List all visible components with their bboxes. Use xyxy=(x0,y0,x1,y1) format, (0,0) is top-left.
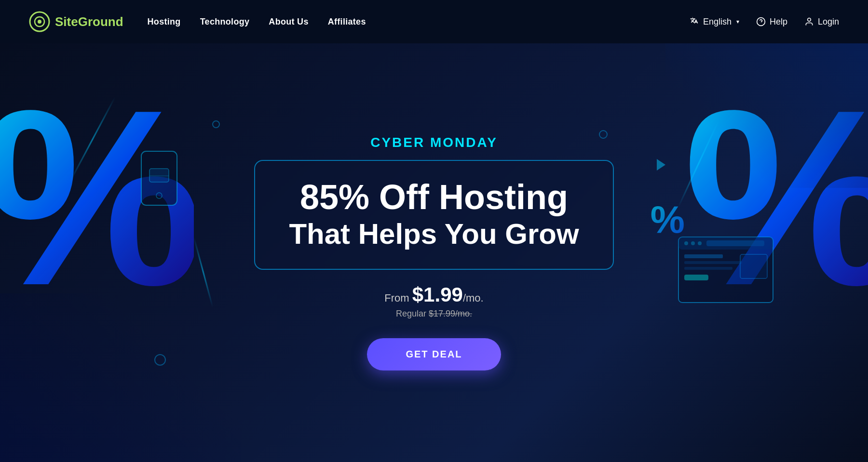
svg-point-4 xyxy=(808,18,811,22)
svg-rect-14 xyxy=(706,240,764,246)
price-from-label: From xyxy=(384,292,412,304)
diagonal-line-1 xyxy=(69,97,116,183)
svg-rect-6 xyxy=(149,169,169,182)
help-icon xyxy=(756,17,766,26)
nav-item-about-us[interactable]: About Us xyxy=(269,17,308,27)
svg-rect-5 xyxy=(141,151,177,205)
logo[interactable]: SiteGround xyxy=(29,11,123,32)
price-regular-label: Regular xyxy=(396,309,429,318)
price-per-label: /mo. xyxy=(463,292,484,304)
nav-item-technology[interactable]: Technology xyxy=(200,17,250,27)
get-deal-button[interactable]: GET DEAL xyxy=(367,338,501,370)
percent-small-decoration: % xyxy=(651,198,685,242)
user-icon xyxy=(804,17,814,26)
percent-decoration-right: % xyxy=(684,72,868,323)
diagonal-line-3 xyxy=(678,120,719,208)
promo-title-line2: That Helps You Grow xyxy=(289,217,579,251)
logo-icon xyxy=(29,11,50,32)
navbar: SiteGround Hosting Technology About Us A… xyxy=(0,0,868,43)
svg-point-12 xyxy=(691,241,695,245)
diagonal-line-2 xyxy=(193,237,214,307)
bg-gradient-top-right xyxy=(665,43,868,188)
triangle-decoration xyxy=(657,159,665,171)
promo-title-line1: 85% Off Hosting xyxy=(289,178,579,216)
hero-section: % % % xyxy=(0,43,868,462)
price-regular-line: Regular $17.99/mo. xyxy=(384,309,483,319)
circle-decoration-2 xyxy=(212,120,220,128)
promo-box: 85% Off Hosting That Helps You Grow xyxy=(254,160,613,269)
phone-mockup xyxy=(137,149,181,207)
svg-rect-17 xyxy=(684,267,732,270)
translate-icon xyxy=(690,17,699,26)
help-link[interactable]: Help xyxy=(756,17,787,27)
nav-item-affiliates[interactable]: Affiliates xyxy=(328,17,366,27)
svg-rect-18 xyxy=(684,275,708,280)
browser-mockup xyxy=(678,236,774,304)
svg-point-8 xyxy=(156,193,162,198)
price-from-line: From $1.99/mo. xyxy=(384,283,483,306)
chevron-down-icon: ▾ xyxy=(736,18,739,25)
language-label: English xyxy=(703,17,732,27)
svg-point-13 xyxy=(698,241,702,245)
nav-left: SiteGround Hosting Technology About Us A… xyxy=(29,11,366,32)
cyber-monday-label: CYBER MONDAY xyxy=(370,135,498,150)
logo-text: SiteGround xyxy=(55,14,123,29)
svg-rect-16 xyxy=(684,261,742,264)
hero-content: CYBER MONDAY 85% Off Hosting That Helps … xyxy=(254,135,613,370)
nav-menu: Hosting Technology About Us Affiliates xyxy=(148,17,366,27)
svg-point-2 xyxy=(38,20,41,24)
percent-decoration-left: % xyxy=(0,72,194,323)
login-label: Login xyxy=(818,17,839,27)
nav-link-technology[interactable]: Technology xyxy=(200,17,250,26)
nav-link-affiliates[interactable]: Affiliates xyxy=(328,17,366,26)
price-amount: $1.99 xyxy=(412,283,463,306)
svg-rect-15 xyxy=(684,254,723,258)
circle-decoration-1 xyxy=(154,354,166,366)
svg-rect-9 xyxy=(678,237,773,303)
price-regular-amount: $17.99/mo. xyxy=(429,309,472,318)
help-label: Help xyxy=(770,17,787,27)
login-link[interactable]: Login xyxy=(804,17,839,27)
language-selector[interactable]: English ▾ xyxy=(690,17,739,27)
svg-point-11 xyxy=(684,241,688,245)
svg-rect-19 xyxy=(740,254,767,278)
nav-link-hosting[interactable]: Hosting xyxy=(148,17,181,26)
bg-gradient-bottom-left xyxy=(0,293,241,462)
nav-item-hosting[interactable]: Hosting xyxy=(148,17,181,27)
svg-rect-10 xyxy=(678,237,773,250)
price-section: From $1.99/mo. Regular $17.99/mo. xyxy=(384,283,483,319)
nav-link-about-us[interactable]: About Us xyxy=(269,17,308,26)
nav-right: English ▾ Help Login xyxy=(690,17,839,27)
